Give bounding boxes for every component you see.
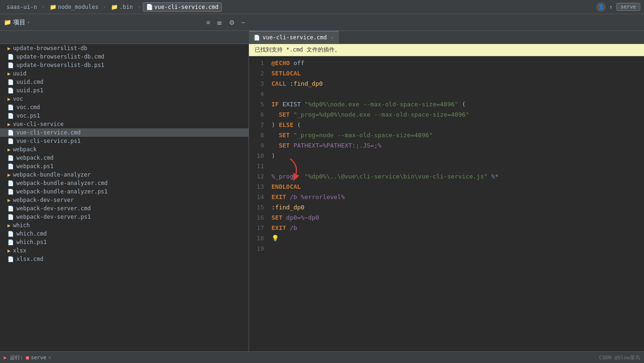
user-icon: 👤	[596, 2, 606, 12]
tree-item[interactable]: ▶ webpack-dev-server	[0, 196, 249, 204]
token	[271, 110, 279, 120]
tree-item[interactable]: ▶ update-browserslist-db	[0, 44, 249, 52]
minimize-button[interactable]: −	[240, 18, 247, 27]
token: EXIST	[279, 99, 305, 110]
item-name: uuid.ps1	[16, 87, 44, 94]
item-name: which.cmd	[16, 230, 47, 237]
status-bar: ▶ 运行: ■ serve × CSDN @Slow菜鸟	[0, 351, 644, 363]
token	[290, 130, 293, 141]
file-icon: 📄	[7, 138, 14, 144]
tree-item[interactable]: 📄 voc.cmd	[0, 103, 249, 111]
tab-close-button[interactable]: ×	[331, 35, 334, 40]
tree-item-selected[interactable]: 📄 vue-cli-service.cmd	[0, 128, 249, 137]
tree-item[interactable]: 📄 webpack-bundle-analyzer.cmd	[0, 179, 249, 187]
tree-item[interactable]: 📄 xlsx.cmd	[0, 255, 249, 263]
tree-item[interactable]: 📄 webpack-dev-server.ps1	[0, 213, 249, 221]
info-banner-text: 已找到支持 *.cmd 文件的插件。	[255, 46, 340, 53]
code-line-8: SET "_prog=node --max-old-space-size=409…	[271, 130, 640, 141]
project-title: 项目	[13, 18, 25, 27]
align-button[interactable]: ≡	[205, 18, 212, 27]
tree-item[interactable]: 📄 voc.ps1	[0, 111, 249, 120]
code-editor[interactable]: 1 2 3 4 5 6 7 8 9 10 11 12 13 14 15 16 1	[249, 56, 644, 351]
item-name: webpack-bundle-analyzer.ps1	[16, 188, 108, 195]
token: SETLOCAL	[271, 68, 301, 79]
item-name: voc.ps1	[16, 112, 40, 119]
status-left: ▶ 运行: ■ serve ×	[4, 354, 51, 361]
tree-item[interactable]: ▶ voc	[0, 95, 249, 103]
file-tree: ▶ update-browserslist-db 📄 update-browse…	[0, 44, 249, 351]
code-line-2: SETLOCAL	[271, 68, 640, 79]
tree-item[interactable]: ▶ uuid	[0, 69, 249, 78]
tab-bar: 📄 vue-cli-service.cmd ×	[0, 31, 644, 44]
token: "_prog=node --max-old-space-size=4096"	[293, 130, 432, 141]
breadcrumb-file[interactable]: 📄vue-cli-service.cmd	[143, 2, 222, 12]
code-line-13: ENDLOCAL	[271, 182, 640, 192]
item-name: webpack-dev-server.cmd	[16, 205, 91, 212]
tree-item[interactable]: 📄 webpack.ps1	[0, 162, 249, 170]
code-line-7: ) ELSE (	[271, 120, 640, 130]
token: EXIT	[271, 192, 286, 202]
token: dp0=%~dp0	[286, 213, 319, 223]
item-name: voc.cmd	[16, 104, 40, 111]
token: )	[271, 120, 279, 130]
tree-item[interactable]: 📄 which.ps1	[0, 238, 249, 246]
breadcrumb: saas-ui-n › 📁node_modules › 📁.bin › 📄vue…	[4, 2, 596, 12]
file-icon: 📄	[7, 104, 14, 111]
tree-item[interactable]: 📄 update-browserslist-db.cmd	[0, 52, 249, 61]
file-tab[interactable]: 📄 vue-cli-service.cmd ×	[249, 31, 339, 44]
token: SET	[279, 110, 290, 120]
tree-item[interactable]: 📄 webpack-bundle-analyzer.ps1	[0, 187, 249, 196]
token: 💡	[271, 233, 279, 244]
tree-item[interactable]: 📄 update-browserslist-db.ps1	[0, 61, 249, 69]
folder-icon: 📁	[50, 4, 57, 10]
token: SET	[271, 213, 282, 223]
toolbar-row: 📁 项目 ▾ ≡ ≣ ⚙ −	[0, 14, 644, 31]
tree-item[interactable]: 📄 uuid.cmd	[0, 78, 249, 86]
folder-icon: ▶	[7, 147, 11, 153]
toolbar-left: 📁 项目 ▾ ≡ ≣ ⚙ −	[4, 18, 247, 27]
project-label[interactable]: saas-ui-n	[4, 3, 40, 11]
tree-item[interactable]: ▶ vue-cli-service	[0, 120, 249, 128]
item-name: xlsx.cmd	[16, 256, 44, 262]
breadcrumb-node-modules[interactable]: 📁node_modules	[47, 3, 102, 11]
tree-item[interactable]: ▶ webpack-bundle-analyzer	[0, 170, 249, 179]
tree-item[interactable]: 📄 webpack.cmd	[0, 154, 249, 162]
tree-item-which[interactable]: ▶ which	[0, 221, 249, 230]
token: :find_dp0	[286, 79, 322, 89]
arrow-up-icon[interactable]: ↑	[609, 4, 613, 10]
code-line-15: :find_dp0	[271, 202, 640, 213]
code-line-5: IF EXIST "%dp0%\node.exe --max-old-space…	[271, 99, 640, 110]
folder-icon: ▶	[7, 71, 11, 77]
item-name: webpack-bundle-analyzer.cmd	[16, 180, 108, 186]
tree-item[interactable]: 📄 which.cmd	[0, 230, 249, 238]
code-content[interactable]: @ECHO off SETLOCAL CALL :find_dp0 IF EXI…	[268, 56, 644, 351]
tree-item[interactable]: 📄 webpack-dev-server.cmd	[0, 204, 249, 213]
breadcrumb-bin[interactable]: 📁.bin	[108, 3, 136, 11]
tree-item[interactable]: 📄 vue-cli-service.ps1	[0, 137, 249, 145]
serve-label: serve	[31, 355, 46, 361]
settings-button[interactable]: ⚙	[227, 18, 237, 27]
item-name: update-browserslist-db.ps1	[16, 62, 104, 68]
info-banner: 已找到支持 *.cmd 文件的插件。	[249, 44, 644, 56]
file-icon: 📄	[7, 206, 14, 212]
sort-button[interactable]: ≣	[215, 18, 224, 27]
item-name: webpack.cmd	[16, 155, 53, 161]
chevron-icon: ▾	[27, 20, 30, 25]
code-line-18: 💡	[271, 233, 640, 244]
serve-close-button[interactable]: ×	[48, 355, 51, 360]
file-icon: 📄	[7, 189, 14, 195]
token: @ECHO	[271, 58, 290, 68]
line-numbers: 1 2 3 4 5 6 7 8 9 10 11 12 13 14 15 16 1	[249, 56, 268, 351]
item-name: update-browserslist-db.cmd	[16, 53, 104, 60]
file-icon: 📄	[7, 54, 14, 60]
code-line-14: EXIT /b %errorlevel%	[271, 192, 640, 202]
serve-button[interactable]: serve	[616, 3, 640, 11]
code-line-19	[271, 244, 640, 254]
file-icon: 📄	[7, 256, 14, 262]
folder-icon: ▶	[7, 248, 11, 254]
folder-icon-bin: 📁	[111, 4, 118, 10]
tree-item[interactable]: 📄 uuid.ps1	[0, 86, 249, 95]
tree-item[interactable]: ▶ webpack	[0, 145, 249, 154]
run-label: 运行:	[10, 354, 23, 361]
tree-item[interactable]: ▶ xlsx	[0, 246, 249, 255]
